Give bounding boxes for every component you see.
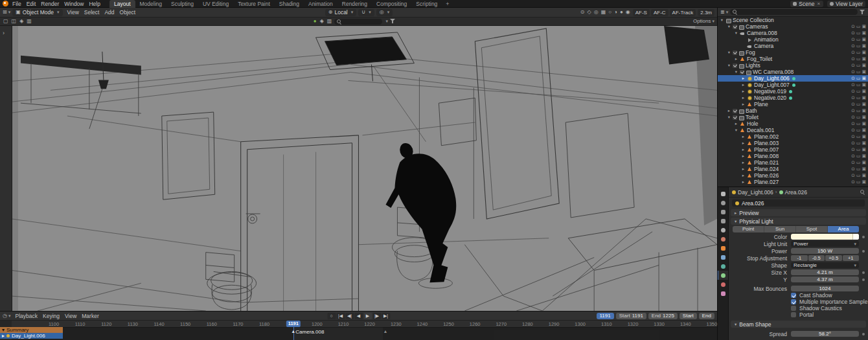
disable-render-camera-icon[interactable]: ▣ [862, 37, 866, 42]
expand-arrow-icon[interactable]: ▸ [741, 166, 746, 172]
collection-checkbox[interactable] [740, 70, 744, 74]
properties-tab-object-data[interactable] [718, 271, 728, 280]
collection-checkbox[interactable] [733, 115, 737, 120]
size-y-field[interactable]: 4.37 m [791, 277, 859, 282]
disable-viewport-icon[interactable]: ▭ [856, 173, 861, 178]
previous-keyframe-button[interactable]: ◀| [345, 313, 354, 319]
hide-eye-icon[interactable]: ⊙ [851, 115, 855, 120]
hide-eye-icon[interactable]: ⊙ [851, 89, 855, 94]
workspace-tab-layout[interactable]: Layout [109, 0, 135, 8]
expand-arrow-icon[interactable]: ▾ [727, 63, 731, 68]
jump-to-end-button[interactable]: ▶| [382, 313, 390, 319]
frame-start-field[interactable]: Start1191 [616, 313, 646, 319]
spread-field[interactable]: 58.2° [791, 331, 859, 337]
timeline-marker-camera-008[interactable]: ▲Camera.008 [291, 329, 295, 334]
disable-render-camera-icon[interactable]: ▣ [862, 24, 866, 29]
viewport-canvas[interactable] [12, 26, 717, 311]
properties-tab-render[interactable] [718, 198, 728, 207]
timeline-menu-view[interactable]: View [62, 312, 79, 320]
disable-render-camera-icon[interactable]: ▣ [862, 95, 866, 100]
viewport-menu-add[interactable]: Add [102, 8, 117, 16]
autofocus-button-af-s[interactable]: AF-S [633, 9, 650, 16]
stop-adjust-1[interactable]: -1 [791, 255, 808, 261]
disable-viewport-icon[interactable]: ▭ [856, 89, 861, 94]
hide-eye-icon[interactable]: ⊙ [851, 95, 855, 100]
outliner-row-day-light-006[interactable]: ▸Day_Light.006⊙▭▣ [718, 75, 868, 82]
editor-type-3d-viewport-icon[interactable]: ⊞ [3, 10, 10, 15]
show-gizmo-icon[interactable]: ◇ [586, 10, 591, 15]
expand-arrow-icon[interactable]: ▸ [734, 121, 738, 126]
disable-viewport-icon[interactable]: ▭ [856, 160, 861, 165]
disable-viewport-icon[interactable]: ▭ [856, 153, 861, 159]
outliner-row-camera-008[interactable]: ▾Camera.008⊙▭▣ [718, 30, 868, 36]
outliner-row-plane-007[interactable]: ▸Plane.007⊙▭▣ [718, 146, 868, 153]
properties-tab-view-layer[interactable] [718, 216, 728, 225]
menu-help[interactable]: Help [86, 0, 102, 8]
channel-day-light-006[interactable]: ▸Day_Light.006 [0, 333, 63, 339]
outliner-row-bath[interactable]: ▸Bath⊙▭▣ [718, 108, 868, 114]
disable-viewport-icon[interactable]: ▭ [856, 82, 861, 87]
disable-viewport-icon[interactable]: ▭ [856, 121, 861, 126]
checkbox-shadow-caustics[interactable] [791, 306, 796, 311]
outliner-row-animation[interactable]: Animation⊙▭▣ [718, 36, 868, 43]
expand-arrow-icon[interactable]: ▾ [734, 128, 738, 133]
tweak-tool-icon[interactable]: ▢ [3, 19, 9, 24]
add-workspace-button[interactable]: + [443, 1, 451, 7]
timeline-menu-marker[interactable]: Marker [79, 312, 101, 320]
disable-render-camera-icon[interactable]: ▣ [862, 128, 866, 133]
hide-eye-icon[interactable]: ⊙ [851, 173, 855, 178]
disable-render-camera-icon[interactable]: ▣ [862, 50, 866, 55]
disable-viewport-icon[interactable]: ▭ [856, 69, 861, 74]
filter-funnel-icon[interactable] [390, 19, 396, 24]
disable-viewport-icon[interactable]: ▭ [856, 147, 861, 152]
workspace-tab-texture-paint[interactable]: Texture Paint [233, 0, 275, 8]
disable-render-camera-icon[interactable]: ▣ [862, 89, 866, 94]
hide-eye-icon[interactable]: ⊙ [851, 102, 855, 107]
workspace-tab-uv-editing[interactable]: UV Editing [198, 0, 233, 8]
properties-search-icon[interactable] [860, 190, 865, 194]
outliner-row-plane-026[interactable]: ▸Plane.026⊙▭▣ [718, 172, 868, 179]
cursor-tool-icon[interactable]: ◈ [19, 19, 24, 24]
workspace-tab-scripting[interactable]: Scripting [411, 0, 442, 8]
timeline-marker[interactable]: ▲ [383, 329, 388, 334]
shading-rendered-icon[interactable]: ◉ [625, 10, 631, 15]
disable-render-camera-icon[interactable]: ▣ [862, 121, 866, 126]
proportional-editing-dropdown[interactable]: ◎ [376, 9, 393, 16]
hide-eye-icon[interactable]: ⊙ [851, 179, 855, 185]
channel-summary[interactable]: ▾Summary [0, 327, 63, 333]
power-field[interactable]: 150 W [791, 248, 859, 254]
outliner-row-toilet[interactable]: ▾Toilet⊙▭▣ [718, 114, 868, 120]
outliner-row-day-light-007[interactable]: ▸Day_Light.007⊙▭▣ [718, 82, 868, 88]
properties-tab-modifiers[interactable] [718, 253, 728, 262]
max-bounces-field[interactable]: 1024 [791, 286, 859, 291]
show-overlays-icon[interactable]: ◎ [593, 10, 599, 15]
autofocus-button-af-c[interactable]: AF-C [651, 9, 668, 16]
mode-dropdown[interactable]: ▣ Object Mode [12, 9, 62, 16]
workspace-tab-compositing[interactable]: Compositing [372, 0, 411, 8]
shading-solid-icon[interactable]: ◑ [613, 10, 618, 15]
outliner-filter-input[interactable] [739, 9, 775, 15]
hide-eye-icon[interactable]: ⊙ [851, 37, 855, 42]
keyframe-dot[interactable] [862, 271, 865, 274]
start-button[interactable]: Start [680, 313, 697, 319]
shading-wireframe-icon[interactable]: ○ [608, 10, 612, 15]
shape-dropdown[interactable]: Rectangle [791, 262, 859, 268]
outliner-row-lights[interactable]: ▾Lights⊙▭▣ [718, 62, 868, 69]
size-x-field[interactable]: 4.21 m [791, 269, 859, 275]
properties-tab-object[interactable] [718, 244, 728, 253]
expand-arrow-icon[interactable]: ▾ [727, 24, 731, 29]
disable-render-camera-icon[interactable]: ▣ [862, 63, 866, 68]
disable-viewport-icon[interactable]: ▭ [856, 102, 861, 107]
expand-arrow-icon[interactable]: ▸ [741, 179, 746, 185]
collection-checkbox[interactable] [733, 25, 737, 29]
timeline-menu-keying[interactable]: Keying [40, 312, 62, 320]
brush-color-icon[interactable]: ● [313, 19, 317, 24]
disable-viewport-icon[interactable]: ▭ [856, 43, 861, 49]
menu-render[interactable]: Render [38, 0, 62, 8]
workspace-tab-rendering[interactable]: Rendering [337, 0, 372, 8]
disable-render-camera-icon[interactable]: ▣ [862, 147, 866, 152]
outliner-row-cameras[interactable]: ▾Cameras⊙▭▣ [718, 23, 868, 30]
collection-checkbox[interactable] [733, 51, 737, 55]
disable-render-camera-icon[interactable]: ▣ [862, 153, 866, 159]
stop-adjust-0-5[interactable]: -0.5 [808, 255, 825, 261]
